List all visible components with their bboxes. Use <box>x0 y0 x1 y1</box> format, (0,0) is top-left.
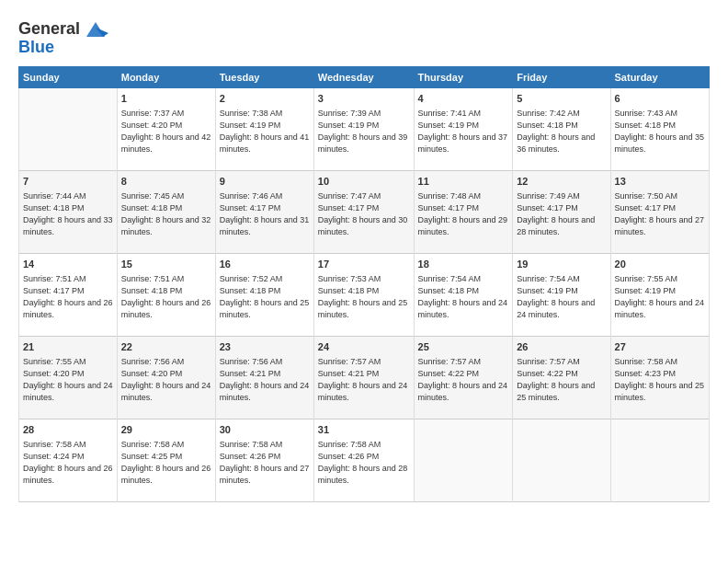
day-number: 23 <box>220 340 310 354</box>
calendar-cell: 21Sunrise: 7:55 AMSunset: 4:20 PMDayligh… <box>19 336 118 419</box>
day-info: Sunrise: 7:44 AMSunset: 4:18 PMDaylight:… <box>23 190 113 238</box>
calendar-cell: 25Sunrise: 7:57 AMSunset: 4:22 PMDayligh… <box>414 336 513 419</box>
calendar-cell: 23Sunrise: 7:56 AMSunset: 4:21 PMDayligh… <box>215 336 313 419</box>
day-info: Sunrise: 7:51 AMSunset: 4:17 PMDaylight:… <box>23 273 113 321</box>
day-info: Sunrise: 7:58 AMSunset: 4:26 PMDaylight:… <box>318 439 410 487</box>
day-number: 21 <box>23 340 113 354</box>
day-number: 17 <box>318 258 410 271</box>
day-info: Sunrise: 7:56 AMSunset: 4:20 PMDaylight:… <box>121 356 211 404</box>
col-header-friday: Friday <box>513 66 610 87</box>
day-info: Sunrise: 7:42 AMSunset: 4:18 PMDaylight:… <box>517 108 606 155</box>
day-number: 9 <box>220 175 310 189</box>
day-info: Sunrise: 7:55 AMSunset: 4:20 PMDaylight:… <box>23 356 113 404</box>
calendar-cell: 9Sunrise: 7:46 AMSunset: 4:17 PMDaylight… <box>215 170 313 253</box>
day-number: 12 <box>517 175 606 189</box>
day-number: 27 <box>615 340 705 354</box>
day-number: 31 <box>318 423 410 437</box>
page: General Blue SundayMondayTuesdayWednesda… <box>0 0 728 563</box>
calendar-table: SundayMondayTuesdayWednesdayThursdayFrid… <box>18 66 710 502</box>
col-header-thursday: Thursday <box>414 66 513 87</box>
calendar-cell: 31Sunrise: 7:58 AMSunset: 4:26 PMDayligh… <box>313 419 414 501</box>
day-number: 24 <box>318 340 410 354</box>
calendar-cell: 7Sunrise: 7:44 AMSunset: 4:18 PMDaylight… <box>19 170 118 253</box>
calendar-cell: 3Sunrise: 7:39 AMSunset: 4:19 PMDaylight… <box>313 87 414 170</box>
calendar-cell: 2Sunrise: 7:38 AMSunset: 4:19 PMDaylight… <box>215 87 313 170</box>
calendar-cell: 20Sunrise: 7:55 AMSunset: 4:19 PMDayligh… <box>610 253 709 336</box>
day-number: 19 <box>517 258 606 271</box>
day-number: 10 <box>318 175 410 189</box>
calendar-cell: 22Sunrise: 7:56 AMSunset: 4:20 PMDayligh… <box>117 336 215 419</box>
day-info: Sunrise: 7:48 AMSunset: 4:17 PMDaylight:… <box>418 190 509 238</box>
day-number: 3 <box>318 92 410 106</box>
day-info: Sunrise: 7:45 AMSunset: 4:18 PMDaylight:… <box>121 190 211 238</box>
calendar-cell: 28Sunrise: 7:58 AMSunset: 4:24 PMDayligh… <box>19 419 118 501</box>
day-number: 20 <box>615 258 705 271</box>
calendar-cell: 27Sunrise: 7:58 AMSunset: 4:23 PMDayligh… <box>610 336 709 419</box>
calendar-cell: 19Sunrise: 7:54 AMSunset: 4:19 PMDayligh… <box>513 253 610 336</box>
calendar-cell: 29Sunrise: 7:58 AMSunset: 4:25 PMDayligh… <box>117 419 215 501</box>
day-info: Sunrise: 7:58 AMSunset: 4:26 PMDaylight:… <box>220 439 310 487</box>
calendar-cell: 14Sunrise: 7:51 AMSunset: 4:17 PMDayligh… <box>19 253 118 336</box>
day-info: Sunrise: 7:54 AMSunset: 4:18 PMDaylight:… <box>418 273 509 321</box>
col-header-tuesday: Tuesday <box>215 66 313 87</box>
calendar-cell: 13Sunrise: 7:50 AMSunset: 4:17 PMDayligh… <box>610 170 709 253</box>
calendar-header-row: SundayMondayTuesdayWednesdayThursdayFrid… <box>19 66 710 87</box>
day-number: 18 <box>418 258 509 271</box>
day-number: 14 <box>23 258 113 271</box>
day-info: Sunrise: 7:37 AMSunset: 4:20 PMDaylight:… <box>121 108 211 155</box>
day-info: Sunrise: 7:50 AMSunset: 4:17 PMDaylight:… <box>615 190 705 238</box>
day-info: Sunrise: 7:38 AMSunset: 4:19 PMDaylight:… <box>220 108 310 155</box>
day-info: Sunrise: 7:53 AMSunset: 4:18 PMDaylight:… <box>318 273 410 321</box>
day-number: 4 <box>418 92 509 106</box>
calendar-cell <box>513 419 610 501</box>
calendar-cell: 17Sunrise: 7:53 AMSunset: 4:18 PMDayligh… <box>313 253 414 336</box>
day-info: Sunrise: 7:39 AMSunset: 4:19 PMDaylight:… <box>318 108 410 155</box>
calendar-cell: 16Sunrise: 7:52 AMSunset: 4:18 PMDayligh… <box>215 253 313 336</box>
day-info: Sunrise: 7:46 AMSunset: 4:17 PMDaylight:… <box>220 190 310 238</box>
logo-icon <box>83 17 108 42</box>
logo-general: General <box>18 20 80 39</box>
col-header-sunday: Sunday <box>19 66 118 87</box>
day-info: Sunrise: 7:43 AMSunset: 4:18 PMDaylight:… <box>615 108 705 155</box>
day-info: Sunrise: 7:47 AMSunset: 4:17 PMDaylight:… <box>318 190 410 238</box>
calendar-cell: 1Sunrise: 7:37 AMSunset: 4:20 PMDaylight… <box>117 87 215 170</box>
calendar-cell: 30Sunrise: 7:58 AMSunset: 4:26 PMDayligh… <box>215 419 313 501</box>
day-number: 6 <box>615 92 705 106</box>
col-header-wednesday: Wednesday <box>313 66 414 87</box>
calendar-cell: 5Sunrise: 7:42 AMSunset: 4:18 PMDaylight… <box>513 87 610 170</box>
calendar-week-5: 28Sunrise: 7:58 AMSunset: 4:24 PMDayligh… <box>19 419 710 501</box>
calendar-week-2: 7Sunrise: 7:44 AMSunset: 4:18 PMDaylight… <box>19 170 710 253</box>
calendar-cell: 24Sunrise: 7:57 AMSunset: 4:21 PMDayligh… <box>313 336 414 419</box>
day-number: 22 <box>121 340 211 354</box>
day-info: Sunrise: 7:55 AMSunset: 4:19 PMDaylight:… <box>615 273 705 321</box>
calendar-week-1: 1Sunrise: 7:37 AMSunset: 4:20 PMDaylight… <box>19 87 710 170</box>
calendar-cell: 6Sunrise: 7:43 AMSunset: 4:18 PMDaylight… <box>610 87 709 170</box>
calendar-cell: 10Sunrise: 7:47 AMSunset: 4:17 PMDayligh… <box>313 170 414 253</box>
calendar-week-4: 21Sunrise: 7:55 AMSunset: 4:20 PMDayligh… <box>19 336 710 419</box>
col-header-monday: Monday <box>117 66 215 87</box>
logo: General Blue <box>18 17 108 57</box>
day-info: Sunrise: 7:49 AMSunset: 4:17 PMDaylight:… <box>517 190 606 238</box>
day-info: Sunrise: 7:57 AMSunset: 4:21 PMDaylight:… <box>318 356 410 404</box>
day-number: 5 <box>517 92 606 106</box>
day-number: 16 <box>220 258 310 271</box>
calendar-cell: 18Sunrise: 7:54 AMSunset: 4:18 PMDayligh… <box>414 253 513 336</box>
day-number: 28 <box>23 423 113 437</box>
day-info: Sunrise: 7:58 AMSunset: 4:24 PMDaylight:… <box>23 439 113 487</box>
day-info: Sunrise: 7:57 AMSunset: 4:22 PMDaylight:… <box>418 356 509 404</box>
day-info: Sunrise: 7:41 AMSunset: 4:19 PMDaylight:… <box>418 108 509 155</box>
day-number: 26 <box>517 340 606 354</box>
day-info: Sunrise: 7:58 AMSunset: 4:25 PMDaylight:… <box>121 439 211 487</box>
calendar-cell <box>610 419 709 501</box>
day-number: 30 <box>220 423 310 437</box>
calendar-cell <box>19 87 118 170</box>
day-number: 13 <box>615 175 705 189</box>
day-info: Sunrise: 7:52 AMSunset: 4:18 PMDaylight:… <box>220 273 310 321</box>
day-number: 2 <box>220 92 310 106</box>
col-header-saturday: Saturday <box>610 66 709 87</box>
calendar-cell: 4Sunrise: 7:41 AMSunset: 4:19 PMDaylight… <box>414 87 513 170</box>
calendar-cell <box>414 419 513 501</box>
calendar-cell: 12Sunrise: 7:49 AMSunset: 4:17 PMDayligh… <box>513 170 610 253</box>
calendar-cell: 8Sunrise: 7:45 AMSunset: 4:18 PMDaylight… <box>117 170 215 253</box>
day-number: 25 <box>418 340 509 354</box>
